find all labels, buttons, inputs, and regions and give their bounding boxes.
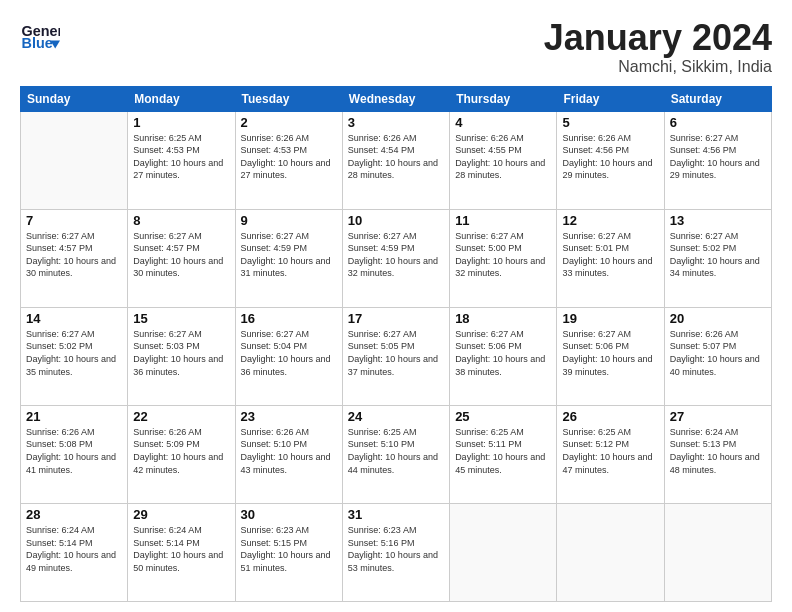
- page: General Blue January 2024 Namchi, Sikkim…: [0, 0, 792, 612]
- day-info: Sunrise: 6:26 AM Sunset: 5:10 PM Dayligh…: [241, 426, 337, 476]
- day-number: 3: [348, 115, 444, 130]
- day-number: 15: [133, 311, 229, 326]
- day-info: Sunrise: 6:27 AM Sunset: 4:57 PM Dayligh…: [133, 230, 229, 280]
- table-row: 30Sunrise: 6:23 AM Sunset: 5:15 PM Dayli…: [235, 503, 342, 601]
- table-row: 31Sunrise: 6:23 AM Sunset: 5:16 PM Dayli…: [342, 503, 449, 601]
- day-info: Sunrise: 6:27 AM Sunset: 5:06 PM Dayligh…: [455, 328, 551, 378]
- day-info: Sunrise: 6:26 AM Sunset: 5:08 PM Dayligh…: [26, 426, 122, 476]
- calendar-week-1: 7Sunrise: 6:27 AM Sunset: 4:57 PM Daylig…: [21, 209, 772, 307]
- calendar-table: Sunday Monday Tuesday Wednesday Thursday…: [20, 86, 772, 602]
- day-info: Sunrise: 6:25 AM Sunset: 5:12 PM Dayligh…: [562, 426, 658, 476]
- day-number: 7: [26, 213, 122, 228]
- calendar-week-2: 14Sunrise: 6:27 AM Sunset: 5:02 PM Dayli…: [21, 307, 772, 405]
- table-row: [557, 503, 664, 601]
- day-number: 9: [241, 213, 337, 228]
- day-number: 10: [348, 213, 444, 228]
- table-row: 11Sunrise: 6:27 AM Sunset: 5:00 PM Dayli…: [450, 209, 557, 307]
- day-number: 21: [26, 409, 122, 424]
- header-saturday: Saturday: [664, 86, 771, 111]
- table-row: 8Sunrise: 6:27 AM Sunset: 4:57 PM Daylig…: [128, 209, 235, 307]
- table-row: 4Sunrise: 6:26 AM Sunset: 4:55 PM Daylig…: [450, 111, 557, 209]
- title-section: January 2024 Namchi, Sikkim, India: [544, 18, 772, 76]
- day-info: Sunrise: 6:25 AM Sunset: 4:53 PM Dayligh…: [133, 132, 229, 182]
- month-title: January 2024: [544, 18, 772, 58]
- table-row: 6Sunrise: 6:27 AM Sunset: 4:56 PM Daylig…: [664, 111, 771, 209]
- day-info: Sunrise: 6:25 AM Sunset: 5:11 PM Dayligh…: [455, 426, 551, 476]
- table-row: 2Sunrise: 6:26 AM Sunset: 4:53 PM Daylig…: [235, 111, 342, 209]
- day-info: Sunrise: 6:26 AM Sunset: 4:56 PM Dayligh…: [562, 132, 658, 182]
- day-number: 30: [241, 507, 337, 522]
- day-info: Sunrise: 6:27 AM Sunset: 5:02 PM Dayligh…: [26, 328, 122, 378]
- day-info: Sunrise: 6:23 AM Sunset: 5:16 PM Dayligh…: [348, 524, 444, 574]
- day-number: 24: [348, 409, 444, 424]
- table-row: 9Sunrise: 6:27 AM Sunset: 4:59 PM Daylig…: [235, 209, 342, 307]
- day-info: Sunrise: 6:26 AM Sunset: 4:54 PM Dayligh…: [348, 132, 444, 182]
- table-row: 22Sunrise: 6:26 AM Sunset: 5:09 PM Dayli…: [128, 405, 235, 503]
- table-row: 10Sunrise: 6:27 AM Sunset: 4:59 PM Dayli…: [342, 209, 449, 307]
- day-number: 1: [133, 115, 229, 130]
- calendar-week-4: 28Sunrise: 6:24 AM Sunset: 5:14 PM Dayli…: [21, 503, 772, 601]
- table-row: 3Sunrise: 6:26 AM Sunset: 4:54 PM Daylig…: [342, 111, 449, 209]
- day-info: Sunrise: 6:27 AM Sunset: 5:05 PM Dayligh…: [348, 328, 444, 378]
- day-number: 13: [670, 213, 766, 228]
- header-sunday: Sunday: [21, 86, 128, 111]
- table-row: [450, 503, 557, 601]
- day-number: 28: [26, 507, 122, 522]
- day-number: 17: [348, 311, 444, 326]
- day-info: Sunrise: 6:24 AM Sunset: 5:14 PM Dayligh…: [26, 524, 122, 574]
- table-row: 16Sunrise: 6:27 AM Sunset: 5:04 PM Dayli…: [235, 307, 342, 405]
- table-row: 14Sunrise: 6:27 AM Sunset: 5:02 PM Dayli…: [21, 307, 128, 405]
- day-number: 11: [455, 213, 551, 228]
- header-monday: Monday: [128, 86, 235, 111]
- table-row: [21, 111, 128, 209]
- day-info: Sunrise: 6:25 AM Sunset: 5:10 PM Dayligh…: [348, 426, 444, 476]
- header: General Blue January 2024 Namchi, Sikkim…: [20, 18, 772, 76]
- day-info: Sunrise: 6:26 AM Sunset: 4:53 PM Dayligh…: [241, 132, 337, 182]
- table-row: 26Sunrise: 6:25 AM Sunset: 5:12 PM Dayli…: [557, 405, 664, 503]
- day-number: 4: [455, 115, 551, 130]
- table-row: 18Sunrise: 6:27 AM Sunset: 5:06 PM Dayli…: [450, 307, 557, 405]
- table-row: 19Sunrise: 6:27 AM Sunset: 5:06 PM Dayli…: [557, 307, 664, 405]
- day-info: Sunrise: 6:24 AM Sunset: 5:13 PM Dayligh…: [670, 426, 766, 476]
- day-number: 27: [670, 409, 766, 424]
- header-thursday: Thursday: [450, 86, 557, 111]
- day-number: 20: [670, 311, 766, 326]
- day-info: Sunrise: 6:24 AM Sunset: 5:14 PM Dayligh…: [133, 524, 229, 574]
- day-info: Sunrise: 6:23 AM Sunset: 5:15 PM Dayligh…: [241, 524, 337, 574]
- day-info: Sunrise: 6:26 AM Sunset: 4:55 PM Dayligh…: [455, 132, 551, 182]
- day-info: Sunrise: 6:27 AM Sunset: 4:56 PM Dayligh…: [670, 132, 766, 182]
- table-row: 23Sunrise: 6:26 AM Sunset: 5:10 PM Dayli…: [235, 405, 342, 503]
- table-row: 27Sunrise: 6:24 AM Sunset: 5:13 PM Dayli…: [664, 405, 771, 503]
- logo: General Blue: [20, 18, 64, 58]
- day-number: 14: [26, 311, 122, 326]
- day-info: Sunrise: 6:27 AM Sunset: 4:59 PM Dayligh…: [241, 230, 337, 280]
- day-number: 26: [562, 409, 658, 424]
- table-row: 21Sunrise: 6:26 AM Sunset: 5:08 PM Dayli…: [21, 405, 128, 503]
- table-row: 17Sunrise: 6:27 AM Sunset: 5:05 PM Dayli…: [342, 307, 449, 405]
- day-info: Sunrise: 6:27 AM Sunset: 5:04 PM Dayligh…: [241, 328, 337, 378]
- day-number: 2: [241, 115, 337, 130]
- day-number: 16: [241, 311, 337, 326]
- day-info: Sunrise: 6:27 AM Sunset: 5:00 PM Dayligh…: [455, 230, 551, 280]
- table-row: 29Sunrise: 6:24 AM Sunset: 5:14 PM Dayli…: [128, 503, 235, 601]
- table-row: 24Sunrise: 6:25 AM Sunset: 5:10 PM Dayli…: [342, 405, 449, 503]
- header-wednesday: Wednesday: [342, 86, 449, 111]
- calendar-week-3: 21Sunrise: 6:26 AM Sunset: 5:08 PM Dayli…: [21, 405, 772, 503]
- header-tuesday: Tuesday: [235, 86, 342, 111]
- subtitle: Namchi, Sikkim, India: [544, 58, 772, 76]
- day-info: Sunrise: 6:27 AM Sunset: 4:59 PM Dayligh…: [348, 230, 444, 280]
- table-row: 25Sunrise: 6:25 AM Sunset: 5:11 PM Dayli…: [450, 405, 557, 503]
- day-number: 12: [562, 213, 658, 228]
- day-number: 29: [133, 507, 229, 522]
- day-info: Sunrise: 6:27 AM Sunset: 5:02 PM Dayligh…: [670, 230, 766, 280]
- table-row: 1Sunrise: 6:25 AM Sunset: 4:53 PM Daylig…: [128, 111, 235, 209]
- table-row: 28Sunrise: 6:24 AM Sunset: 5:14 PM Dayli…: [21, 503, 128, 601]
- day-info: Sunrise: 6:26 AM Sunset: 5:09 PM Dayligh…: [133, 426, 229, 476]
- day-info: Sunrise: 6:27 AM Sunset: 5:06 PM Dayligh…: [562, 328, 658, 378]
- table-row: 5Sunrise: 6:26 AM Sunset: 4:56 PM Daylig…: [557, 111, 664, 209]
- table-row: 7Sunrise: 6:27 AM Sunset: 4:57 PM Daylig…: [21, 209, 128, 307]
- day-number: 23: [241, 409, 337, 424]
- day-number: 22: [133, 409, 229, 424]
- table-row: [664, 503, 771, 601]
- day-info: Sunrise: 6:26 AM Sunset: 5:07 PM Dayligh…: [670, 328, 766, 378]
